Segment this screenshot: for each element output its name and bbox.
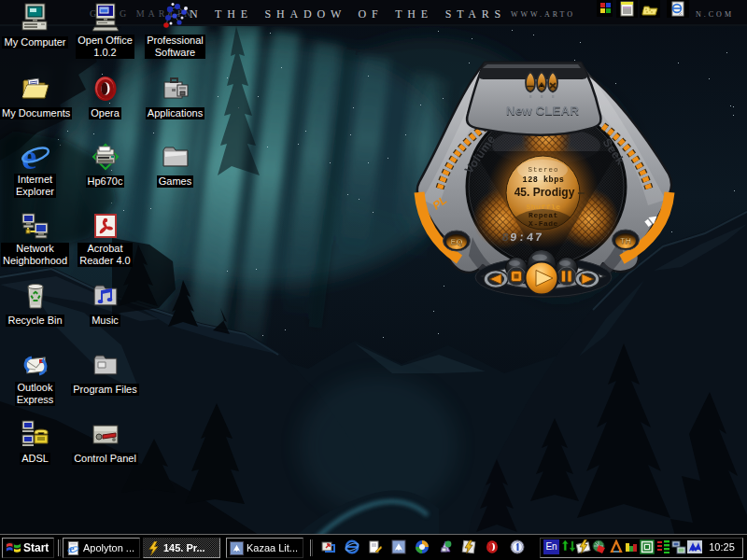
svg-text:TH: TH bbox=[620, 236, 631, 245]
svg-text:45. Prodigy: 45. Prodigy bbox=[514, 186, 575, 199]
svg-text:X-Fade: X-Fade bbox=[529, 219, 558, 228]
svg-text:128 kbps: 128 kbps bbox=[523, 175, 565, 185]
svg-text:Shuffle: Shuffle bbox=[526, 203, 560, 211]
svg-text:Stereo: Stereo bbox=[528, 166, 558, 174]
svg-text:Repeat: Repeat bbox=[529, 211, 558, 219]
svg-text:EQ: EQ bbox=[450, 237, 462, 246]
svg-text:New CLEAR: New CLEAR bbox=[506, 104, 579, 118]
svg-text:8: 8 bbox=[501, 231, 511, 245]
svg-text:9:47: 9:47 bbox=[509, 231, 543, 245]
